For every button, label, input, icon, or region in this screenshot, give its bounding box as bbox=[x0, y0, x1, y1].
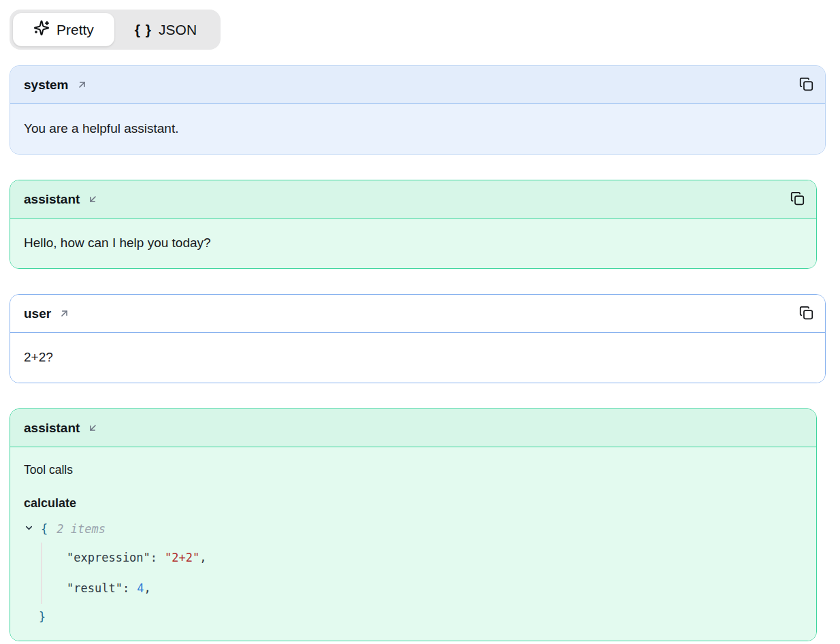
copy-button[interactable] bbox=[788, 189, 807, 210]
message-header: assistant bbox=[10, 180, 816, 219]
colon: : bbox=[150, 550, 157, 566]
close-brace: } bbox=[39, 609, 46, 625]
collapse-toggle-button[interactable] bbox=[24, 523, 34, 535]
braces-icon: { } bbox=[135, 22, 152, 38]
copy-icon bbox=[799, 306, 813, 322]
tool-calls-section-label: Tool calls bbox=[24, 462, 803, 478]
json-root-row: { 2 items bbox=[24, 515, 803, 543]
copy-icon bbox=[799, 77, 813, 93]
tab-pretty-label: Pretty bbox=[56, 22, 94, 38]
message-header: assistant bbox=[10, 409, 816, 447]
tool-arguments-json-tree: { 2 items "expression":"2+2", "result":4… bbox=[24, 515, 803, 630]
message-body: 2+2? bbox=[10, 333, 825, 383]
tab-pretty[interactable]: Pretty bbox=[13, 13, 114, 46]
message-card-system: system You are a helpful assistant. bbox=[10, 65, 826, 155]
tool-name: calculate bbox=[24, 496, 803, 511]
view-toggle: Pretty { } JSON bbox=[10, 10, 221, 50]
copy-icon bbox=[790, 191, 805, 208]
message-content: 2+2? bbox=[24, 350, 53, 364]
json-close-row: } bbox=[39, 604, 803, 630]
comma: , bbox=[199, 550, 206, 566]
role-label: system bbox=[24, 78, 69, 93]
arrow-up-right-icon bbox=[76, 79, 88, 91]
message-card-user: user 2+2? bbox=[10, 294, 826, 383]
json-string-value: "2+2" bbox=[165, 550, 199, 566]
role-label: assistant bbox=[24, 192, 80, 207]
open-brace: { bbox=[41, 521, 48, 537]
message-card-assistant-tool-calls: assistant Tool calls calculate { 2 items bbox=[10, 408, 817, 641]
message-body: Hello, how can I help you today? bbox=[10, 219, 816, 268]
message-thread-view: Pretty { } JSON system You are a helpful… bbox=[0, 0, 840, 641]
arrow-down-left-icon bbox=[87, 422, 99, 434]
colon: : bbox=[123, 581, 129, 596]
tab-json-label: JSON bbox=[159, 22, 197, 38]
json-number-value: 4 bbox=[137, 581, 144, 596]
items-count: 2 items bbox=[56, 521, 106, 537]
message-content: Hello, how can I help you today? bbox=[24, 236, 211, 250]
role-label: user bbox=[24, 306, 51, 321]
chevron-down-icon bbox=[24, 523, 34, 535]
json-children: "expression":"2+2", "result":4, bbox=[41, 543, 803, 604]
message-header: system bbox=[10, 66, 825, 104]
json-entry-expression: "expression":"2+2", bbox=[67, 543, 803, 573]
message-body: You are a helpful assistant. bbox=[10, 104, 825, 154]
message-card-assistant: assistant Hello, how can I help you toda… bbox=[10, 180, 817, 269]
json-entry-result: "result":4, bbox=[67, 573, 803, 604]
sparkles-icon bbox=[33, 20, 50, 39]
tab-json[interactable]: { } JSON bbox=[114, 13, 217, 46]
json-key: "expression" bbox=[67, 550, 150, 566]
role-label: assistant bbox=[24, 421, 80, 436]
copy-button[interactable] bbox=[797, 75, 815, 95]
comma: , bbox=[144, 581, 150, 596]
message-body: Tool calls calculate { 2 items "expressi… bbox=[10, 447, 816, 641]
arrow-down-left-icon bbox=[87, 193, 99, 205]
json-key: "result" bbox=[67, 581, 123, 596]
copy-button[interactable] bbox=[797, 304, 815, 324]
arrow-up-right-icon bbox=[59, 308, 70, 319]
message-header: user bbox=[10, 295, 825, 333]
message-content: You are a helpful assistant. bbox=[24, 121, 178, 135]
